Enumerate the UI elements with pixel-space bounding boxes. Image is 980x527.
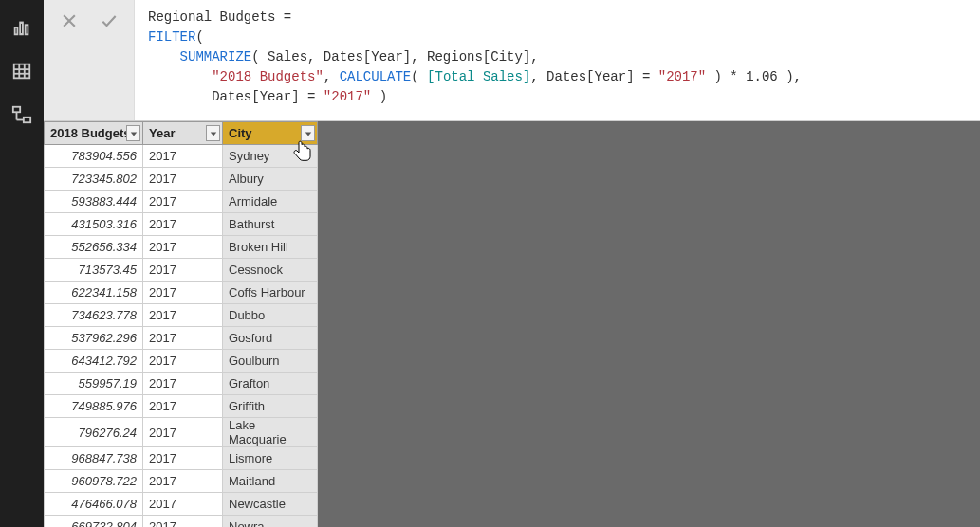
cell-city[interactable]: Broken Hill xyxy=(223,236,318,259)
svg-marker-16 xyxy=(305,132,310,136)
formula-kw-summarize: SUMMARIZE xyxy=(180,49,252,64)
cell-budget[interactable]: 622341.158 xyxy=(45,282,143,304)
svg-rect-1 xyxy=(20,23,23,35)
cell-city[interactable]: Griffith xyxy=(223,395,318,418)
table-row[interactable]: 749885.9762017Griffith xyxy=(45,395,318,418)
content-area: Regional Budgets = FILTER( SUMMARIZE( Sa… xyxy=(44,0,980,527)
canvas-area: 2018 Budgets Year City xyxy=(44,121,980,527)
table-row[interactable]: 723345.8022017Albury xyxy=(45,168,318,191)
cell-city[interactable]: Nowra xyxy=(223,516,318,528)
report-view-icon[interactable] xyxy=(0,6,44,49)
cell-year[interactable]: 2017 xyxy=(143,145,223,168)
cell-city[interactable]: Goulburn xyxy=(223,350,318,373)
model-view-icon[interactable] xyxy=(0,93,44,136)
cell-budget[interactable]: 713573.45 xyxy=(45,259,143,282)
cell-year[interactable]: 2017 xyxy=(143,327,223,350)
cell-year[interactable]: 2017 xyxy=(143,236,223,259)
svg-rect-0 xyxy=(15,27,18,34)
cell-year[interactable]: 2017 xyxy=(143,304,223,327)
cell-city[interactable]: Maitland xyxy=(223,470,318,493)
left-nav xyxy=(0,0,44,527)
column-menu-budget[interactable] xyxy=(126,125,140,141)
svg-marker-14 xyxy=(130,132,136,136)
cell-year[interactable]: 2017 xyxy=(143,418,223,447)
cell-budget[interactable]: 537962.296 xyxy=(45,327,143,350)
cell-year[interactable]: 2017 xyxy=(143,516,223,528)
cell-budget[interactable]: 968847.738 xyxy=(45,447,143,470)
cell-year[interactable]: 2017 xyxy=(143,213,223,236)
cell-budget[interactable]: 552656.334 xyxy=(45,236,143,259)
cell-budget[interactable]: 783904.556 xyxy=(45,145,143,168)
table-row[interactable]: 552656.3342017Broken Hill xyxy=(45,236,318,259)
table-row[interactable]: 734623.7782017Dubbo xyxy=(45,304,318,327)
cell-budget[interactable]: 723345.802 xyxy=(45,168,143,191)
table-row[interactable]: 559957.192017Grafton xyxy=(45,373,318,395)
table-row[interactable]: 622341.1582017Coffs Harbour xyxy=(45,282,318,304)
cell-city[interactable]: Coffs Harbour xyxy=(223,282,318,304)
formula-editor[interactable]: Regional Budgets = FILTER( SUMMARIZE( Sa… xyxy=(135,0,980,120)
table-row[interactable]: 476466.0782017Newcastle xyxy=(45,493,318,516)
table-row[interactable]: 431503.3162017Bathurst xyxy=(45,213,318,236)
cell-city[interactable]: Dubbo xyxy=(223,304,318,327)
column-header-city[interactable]: City xyxy=(223,122,318,145)
cell-budget[interactable]: 960978.722 xyxy=(45,470,143,493)
cell-city[interactable]: Cessnock xyxy=(223,259,318,282)
cell-year[interactable]: 2017 xyxy=(143,395,223,418)
cell-city[interactable]: Sydney xyxy=(223,145,318,168)
cell-year[interactable]: 2017 xyxy=(143,373,223,395)
cell-budget[interactable]: 559957.19 xyxy=(45,373,143,395)
svg-rect-2 xyxy=(26,25,28,34)
cell-city[interactable]: Gosford xyxy=(223,327,318,350)
svg-rect-9 xyxy=(24,118,30,123)
cell-budget[interactable]: 669732.804 xyxy=(45,516,143,528)
cell-budget[interactable]: 431503.316 xyxy=(45,213,143,236)
cancel-formula-button[interactable] xyxy=(56,8,83,34)
cell-budget[interactable]: 593883.444 xyxy=(45,191,143,213)
table-row[interactable]: 537962.2962017Gosford xyxy=(45,327,318,350)
cell-city[interactable]: Albury xyxy=(223,168,318,191)
table-row[interactable]: 968847.7382017Lismore xyxy=(45,447,318,470)
formula-line1: Regional Budgets = xyxy=(148,9,291,25)
cell-budget[interactable]: 734623.778 xyxy=(45,304,143,327)
svg-rect-8 xyxy=(13,107,20,113)
cell-year[interactable]: 2017 xyxy=(143,191,223,213)
cell-budget[interactable]: 643412.792 xyxy=(45,350,143,373)
cell-year[interactable]: 2017 xyxy=(143,282,223,304)
cell-city[interactable]: Grafton xyxy=(223,373,318,395)
data-table-container: 2018 Budgets Year City xyxy=(44,121,318,527)
commit-formula-button[interactable] xyxy=(96,8,122,34)
cell-city[interactable]: Armidale xyxy=(223,191,318,213)
svg-rect-3 xyxy=(14,64,30,79)
cell-year[interactable]: 2017 xyxy=(143,447,223,470)
table-row[interactable]: 669732.8042017Nowra xyxy=(45,516,318,528)
table-row[interactable]: 593883.4442017Armidale xyxy=(45,191,318,213)
cell-year[interactable]: 2017 xyxy=(143,493,223,516)
cell-city[interactable]: Newcastle xyxy=(223,493,318,516)
cell-budget[interactable]: 796276.24 xyxy=(45,418,143,447)
cell-city[interactable]: Bathurst xyxy=(223,213,318,236)
data-table: 2018 Budgets Year City xyxy=(44,121,318,527)
table-row[interactable]: 713573.452017Cessnock xyxy=(45,259,318,282)
cell-city[interactable]: Lismore xyxy=(223,447,318,470)
table-row[interactable]: 960978.7222017Maitland xyxy=(45,470,318,493)
cell-budget[interactable]: 476466.078 xyxy=(45,493,143,516)
data-view-icon[interactable] xyxy=(0,49,44,93)
formula-kw-calculate: CALCULATE xyxy=(340,69,412,84)
table-row[interactable]: 796276.242017Lake Macquarie xyxy=(45,418,318,447)
cell-year[interactable]: 2017 xyxy=(143,470,223,493)
column-menu-city[interactable] xyxy=(301,125,315,141)
formula-kw-filter: FILTER xyxy=(148,29,195,45)
column-header-budget[interactable]: 2018 Budgets xyxy=(45,122,143,145)
svg-marker-15 xyxy=(210,132,215,136)
formula-bar: Regional Budgets = FILTER( SUMMARIZE( Sa… xyxy=(44,0,980,121)
column-menu-year[interactable] xyxy=(206,125,220,141)
table-row[interactable]: 783904.5562017Sydney xyxy=(45,145,318,168)
cell-year[interactable]: 2017 xyxy=(143,259,223,282)
cell-city[interactable]: Lake Macquarie xyxy=(223,418,318,447)
column-header-year[interactable]: Year xyxy=(143,122,223,145)
formula-controls xyxy=(44,0,135,120)
cell-year[interactable]: 2017 xyxy=(143,350,223,373)
table-row[interactable]: 643412.7922017Goulburn xyxy=(45,350,318,373)
cell-year[interactable]: 2017 xyxy=(143,168,223,191)
cell-budget[interactable]: 749885.976 xyxy=(45,395,143,418)
